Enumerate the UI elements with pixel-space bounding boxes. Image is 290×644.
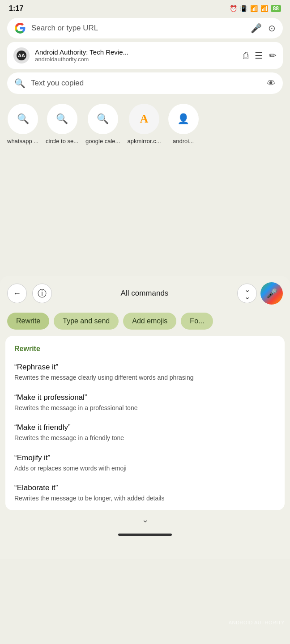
filter-chips-row: Rewrite Type and send Add emojis Fo... [0, 311, 290, 336]
filter-chip-add-emojis[interactable]: Add emojis [123, 313, 176, 330]
wifi-icon: 📶 [250, 5, 258, 12]
tab-info: Android Authority: Tech Revie... android… [35, 48, 238, 63]
circle-chip-icon: 🔍 [47, 104, 77, 134]
tab-url: androidauthority.com [35, 56, 238, 63]
quick-chip-android[interactable]: 👤 androi... [168, 104, 199, 144]
command-emojify[interactable]: “Emojify it” Adds or replaces some words… [14, 448, 276, 479]
clipboard-search-icon: 🔍 [14, 78, 26, 89]
command-bar-right: ⌄⌄ 🎤 [237, 282, 283, 305]
whatsapp-chip-label: whatsapp ... [7, 138, 38, 144]
apkmirror-chip-icon: A [129, 104, 159, 134]
bottom-indicator: ⌄ [0, 510, 290, 534]
lens-icon[interactable]: ⊙ [268, 23, 276, 34]
rewrite-section-title: Rewrite [14, 338, 276, 357]
search-placeholder: Search or type URL [31, 24, 245, 33]
mic-icon[interactable]: 🎤 [251, 23, 262, 34]
quick-chip-whatsapp[interactable]: 🔍 whatsapp ... [7, 104, 38, 144]
share-icon[interactable]: ⎙ [243, 51, 248, 61]
command-elaborate[interactable]: “Elaborate it” Rewrites the message to b… [14, 478, 276, 508]
command-elaborate-name: “Elaborate it” [14, 483, 276, 492]
commands-list: Rewrite “Rephrase it” Rewrites the messa… [5, 336, 285, 510]
chevron-down-button[interactable]: ⌄⌄ [237, 284, 257, 303]
apkmirror-chip-label: apkmirror.c... [127, 138, 161, 144]
tab-favicon: AA [13, 47, 30, 64]
bottom-panel: ← ⓘ All commands ⌄⌄ 🎤 Rewrite Type and s… [0, 276, 290, 559]
status-bar: 1:17 ⏰ 📳 📶 📶 88 [0, 0, 290, 15]
command-rephrase-name: “Rephrase it” [14, 363, 276, 372]
tab-actions: ⎙ ☰ ✏ [243, 50, 277, 61]
tab-card[interactable]: AA Android Authority: Tech Revie... andr… [7, 42, 283, 69]
main-content-area [0, 151, 290, 276]
quick-chip-circle[interactable]: 🔍 circle to se... [46, 104, 78, 144]
home-indicator [118, 534, 172, 536]
circle-chip-label: circle to se... [46, 138, 78, 144]
tabs-icon[interactable]: ☰ [255, 50, 263, 61]
quick-search-row: 🔍 whatsapp ... 🔍 circle to se... 🔍 googl… [0, 97, 290, 151]
gcal-chip-label: google cale... [85, 138, 120, 144]
command-friendly[interactable]: “Make it friendly” Rewrites the message … [14, 418, 276, 448]
scroll-chevron-icon[interactable]: ⌄ [142, 515, 149, 525]
command-emojify-desc: Adds or replaces some words with emoji [14, 464, 276, 473]
info-button[interactable]: ⓘ [32, 284, 52, 303]
command-professional-name: “Make it professional” [14, 393, 276, 402]
watermark: ANDROID AUTHORITY [229, 620, 285, 625]
android-chip-icon: 👤 [168, 104, 199, 134]
chevron-down-icon: ⌄⌄ [244, 286, 250, 301]
back-button[interactable]: ← [7, 284, 27, 303]
android-chip-label: androi... [173, 138, 194, 144]
command-friendly-name: “Make it friendly” [14, 423, 276, 432]
info-circle-icon: ⓘ [38, 288, 47, 300]
google-search-bar[interactable]: Search or type URL 🎤 ⊙ [7, 18, 283, 38]
command-professional-desc: Rewrites the message in a professional t… [14, 404, 276, 413]
signal-icon: 📶 [260, 5, 268, 12]
filter-chip-fo[interactable]: Fo... [181, 313, 213, 330]
clipboard-text: Text you copied [31, 79, 261, 88]
command-professional[interactable]: “Make it professional” Rewrites the mess… [14, 388, 276, 418]
alarm-icon: ⏰ [230, 5, 237, 12]
command-elaborate-desc: Rewrites the message to be longer, with … [14, 494, 276, 503]
gcal-chip-icon: 🔍 [88, 104, 118, 134]
voice-mic-icon: 🎤 [266, 288, 277, 299]
tab-title: Android Authority: Tech Revie... [35, 48, 238, 56]
command-emojify-name: “Emojify it” [14, 453, 276, 462]
vibrate-icon: 📳 [240, 5, 247, 12]
command-rephrase-desc: Rewrites the message clearly using diffe… [14, 373, 276, 382]
svg-text:AA: AA [18, 53, 25, 58]
quick-chip-gcal[interactable]: 🔍 google cale... [85, 104, 120, 144]
command-bar: ← ⓘ All commands ⌄⌄ 🎤 [0, 276, 290, 311]
command-rephrase[interactable]: “Rephrase it” Rewrites the message clear… [14, 357, 276, 388]
android-authority-favicon: AA [16, 50, 27, 61]
battery-icon: 88 [271, 5, 281, 12]
status-icons: ⏰ 📳 📶 📶 88 [230, 5, 281, 12]
command-friendly-desc: Rewrites the message in a friendly tone [14, 434, 276, 443]
google-logo [14, 22, 26, 34]
filter-chip-type-send[interactable]: Type and send [54, 313, 119, 330]
clipboard-bar[interactable]: 🔍 Text you copied 👁 [7, 72, 283, 94]
filter-chip-rewrite[interactable]: Rewrite [7, 313, 49, 330]
command-bar-title: All commands [57, 289, 232, 298]
back-arrow-icon: ← [13, 289, 21, 298]
whatsapp-chip-icon: 🔍 [8, 104, 38, 134]
eye-icon[interactable]: 👁 [267, 78, 276, 89]
voice-mic-button[interactable]: 🎤 [260, 282, 283, 305]
edit-icon[interactable]: ✏ [269, 50, 277, 61]
quick-chip-apkmirror[interactable]: A apkmirror.c... [127, 104, 161, 144]
search-bar-actions: 🎤 ⊙ [251, 23, 276, 34]
status-time: 1:17 [9, 4, 23, 13]
